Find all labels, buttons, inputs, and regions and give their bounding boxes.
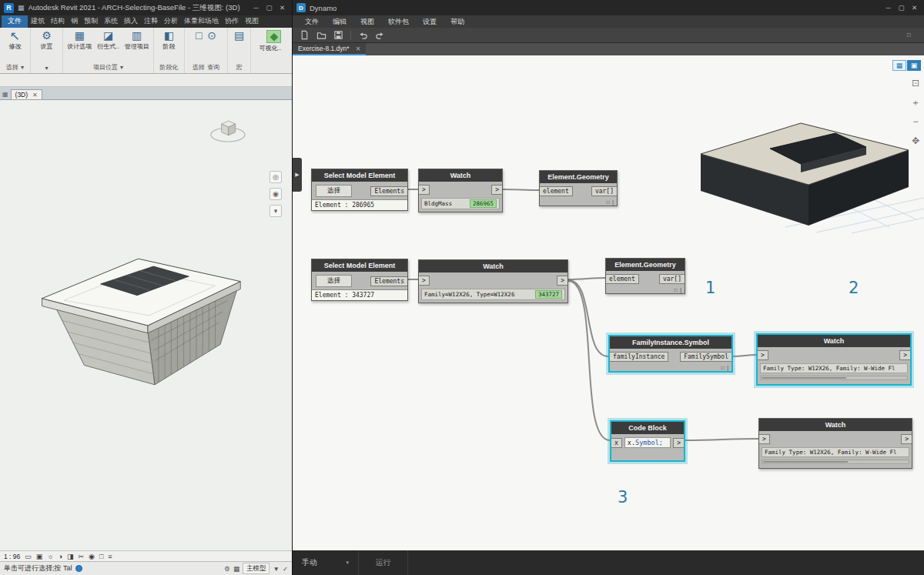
save-icon[interactable] [333,30,343,40]
node-header[interactable]: Element.Geometry [540,171,617,183]
views-list-icon[interactable]: ▦ [2,91,8,99]
input-port[interactable]: > [419,185,430,195]
output-port-var[interactable]: var[] [659,274,685,284]
menu-view[interactable]: 视图 [354,15,380,28]
temporary-hide-icon[interactable]: ◉ [89,553,95,560]
maximize-button[interactable]: ▢ [896,4,907,12]
modify-button[interactable]: ↖ 修改 [8,29,23,52]
input-port-familyinstance[interactable]: familyInstance [610,352,668,362]
zoom-out-icon[interactable]: − [912,117,918,126]
watch-scrollbar[interactable] [762,460,909,464]
node-header[interactable]: Code Block [611,422,684,434]
input-port-element[interactable]: element [606,274,639,284]
node-header[interactable]: Select Model Element [312,169,407,182]
minimize-button[interactable]: ─ [882,4,894,12]
minimize-button[interactable]: ─ [250,4,262,12]
undo-icon[interactable] [358,30,368,40]
open-file-icon[interactable] [316,30,326,40]
visual-style-icon[interactable]: ▣ [36,553,43,560]
input-port[interactable]: > [758,350,768,360]
steering-wheel-icon[interactable]: ◎ [270,171,282,183]
library-expand-button[interactable]: ▶ [293,158,302,192]
worksharing-display-icon[interactable]: ≡ [108,553,112,560]
detail-level-icon[interactable]: ▭ [25,553,32,560]
input-port-x[interactable]: x [611,438,622,448]
view-tab-3d[interactable]: (3D) ✕ [11,89,42,99]
design-options-status-icon[interactable]: ▦ [233,565,239,573]
file-tab-close-icon[interactable]: ✕ [356,45,361,52]
lacing-indicator[interactable]: □ | [675,287,682,293]
menu-edit[interactable]: 编辑 [326,15,353,28]
shadows-icon[interactable]: ◑ [59,553,62,560]
input-port[interactable]: > [759,434,770,444]
output-port-elements[interactable]: Elements [370,276,407,286]
select-element-button[interactable]: 选择 [316,275,352,287]
node-watch-4[interactable]: Watch > > Family Type: W12X26, Family: W… [758,418,912,469]
tab-architecture[interactable]: 建筑 [28,15,48,28]
chevron-down-icon[interactable]: ▾ [21,64,24,71]
dynamo-canvas[interactable]: ▶ ⊡ ＋ − ✥ ▦ ▣ Select Model Element 选择 El… [293,55,924,550]
run-mode-dropdown[interactable]: 手动 ▾ [293,550,359,575]
view-scale-button[interactable]: 1 : 96 [4,553,20,560]
node-element-geometry-2[interactable]: Element.Geometry element var[] □ | [605,258,685,294]
filter-icon[interactable]: ▼ [273,565,279,573]
node-header[interactable]: Watch [758,335,910,347]
output-port-var[interactable]: var[] [591,186,617,196]
settings-button[interactable]: ⚙ 设置 [39,29,55,52]
output-port[interactable]: > [491,185,502,195]
export-image-icon[interactable]: ⌑ [907,31,911,39]
zoom-in-icon[interactable]: ＋ [911,98,920,107]
node-watch-3[interactable]: Watch > > Family Type: W12X26, Family: W… [756,333,912,386]
tab-view[interactable]: 视图 [242,15,262,28]
tab-structure[interactable]: 结构 [48,15,68,28]
pick-button[interactable]: □ [194,29,203,42]
phases-button[interactable]: ◧ 阶段 [162,29,177,52]
macro-button[interactable]: ▤ [233,29,246,42]
scrollbar-thumb[interactable] [763,461,848,463]
pan-icon[interactable]: ✥ [912,136,919,145]
crop-view-icon[interactable]: ◨ [67,553,74,560]
output-port[interactable]: > [673,438,684,448]
menu-help[interactable]: 帮助 [444,15,470,28]
file-menu-button[interactable]: 文件 [2,15,28,28]
zoom-tool-icon[interactable]: ◉ [270,188,282,200]
tab-precast[interactable]: 预制 [81,15,101,28]
output-port[interactable]: > [901,434,912,444]
tab-collaborate[interactable]: 协作 [222,15,242,28]
chevron-down-icon[interactable]: ▾ [120,64,123,71]
tab-steel[interactable]: 钢 [68,15,81,28]
select-element-button[interactable]: 选择 [316,185,352,197]
scrollbar-thumb[interactable] [762,377,846,379]
input-port-element[interactable]: element [540,186,573,196]
node-select-model-element-2[interactable]: Select Model Element 选择 Elements Element… [311,259,408,301]
geometry-view-toggle-icon[interactable]: ▣ [907,60,921,71]
node-header[interactable]: FamilyInstance.Symbol [610,336,732,349]
tab-analyze[interactable]: 分析 [161,15,181,28]
tab-insert[interactable]: 插入 [121,15,141,28]
redo-icon[interactable] [375,30,385,40]
tab-massing-site[interactable]: 体量和场地 [181,15,222,28]
active-model-dropdown[interactable]: 主模型 [243,563,270,574]
output-port-familysymbol[interactable]: FamilySymbol [680,352,732,362]
node-code-block[interactable]: Code Block x x.Symbol; > [610,420,685,462]
tab-annotate[interactable]: 注释 [141,15,161,28]
sun-path-icon[interactable]: ☼ [47,553,53,560]
generative-design-button[interactable]: ◪ 衍生式.. [95,29,120,52]
output-port[interactable]: > [899,350,910,360]
new-file-icon[interactable] [300,30,310,40]
zoom-fit-icon[interactable]: ⊡ [912,79,919,88]
lacing-indicator[interactable]: □ | [721,365,729,370]
graph-view-toggle-icon[interactable]: ▦ [892,60,906,71]
dynamo-visual-programming-button[interactable]: ◆ 可视化.. [258,29,283,53]
close-button[interactable]: ✕ [909,4,920,12]
watch-scrollbar[interactable] [760,376,908,380]
file-tab-exercise[interactable]: Exercise-8.1.dyn* ✕ [293,43,366,55]
tab-systems[interactable]: 系统 [101,15,121,28]
lacing-indicator[interactable]: □ | [607,199,614,205]
design-options-button[interactable]: ▦ 设计选项 [65,29,93,52]
node-header[interactable]: Select Model Element [312,259,407,272]
menu-file[interactable]: 文件 [299,15,325,28]
node-familyinstance-symbol[interactable]: FamilyInstance.Symbol familyInstance Fam… [608,335,733,373]
node-header[interactable]: Watch [759,419,912,431]
node-header[interactable]: Element.Geometry [606,259,685,271]
